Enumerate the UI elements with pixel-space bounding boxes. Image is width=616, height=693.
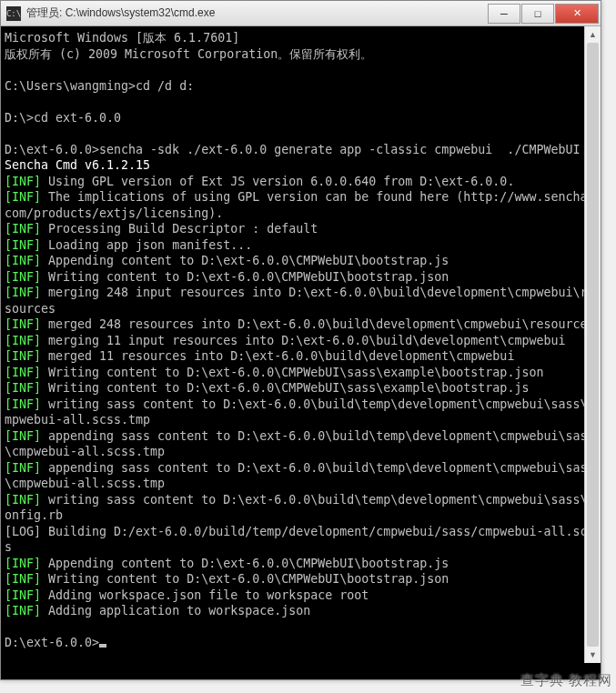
log-text: merging 11 input resources into D:\ext-6… [41, 334, 565, 347]
log-tag: [INF] [5, 254, 41, 267]
log-text: Writing content to D:\ext-6.0.0\CMPWebUI… [41, 572, 449, 586]
log-tag: [INF] [5, 238, 41, 252]
log-text: Writing content to D:\ext-6.0.0\CMPWebUI… [41, 381, 529, 395]
log-text: Adding workspace.json file to workspace … [41, 588, 369, 602]
log-tag: [INF] [5, 588, 41, 602]
log-tag: [INF] [5, 493, 41, 507]
log-text: Adding application to workspace.json [41, 604, 310, 618]
maximize-button[interactable]: □ [521, 4, 554, 24]
log-tag: [LOG] [5, 525, 41, 538]
cmd-icon: C:\ [6, 6, 21, 21]
log-text: merged 11 resources into D:\ext-6.0.0\bu… [41, 349, 514, 363]
log-tag: [INF] [5, 190, 41, 204]
log-tag: [INF] [5, 222, 41, 236]
log-tag: [INF] [5, 572, 41, 586]
log-tag: [INF] [5, 366, 41, 379]
terminal-line: D:\ext-6.0.0>sencha -sdk ./ext-6.0.0 gen… [5, 143, 580, 156]
minimize-button[interactable]: ─ [488, 4, 520, 24]
window-title: 管理员: C:\windows\system32\cmd.exe [26, 5, 487, 21]
log-tag: [INF] [5, 604, 41, 618]
cmd-window: C:\ 管理员: C:\windows\system32\cmd.exe ─ □… [0, 0, 601, 680]
terminal-line: D:\>cd ext-6.0.0 [5, 111, 121, 125]
log-text: The implications of using GPL version ca… [5, 190, 594, 220]
log-text: appending sass content to D:\ext-6.0.0\b… [5, 429, 594, 459]
log-tag: [INF] [5, 175, 41, 188]
scroll-down-icon[interactable]: ▼ [585, 647, 601, 663]
log-tag: [INF] [5, 461, 41, 475]
log-text: Appending content to D:\ext-6.0.0\CMPWeb… [41, 557, 449, 570]
log-text: Building D:/ext-6.0.0/build/temp/develop… [5, 525, 594, 555]
cursor-icon [99, 644, 106, 648]
terminal-line: 版权所有 (c) 2009 Microsoft Corporation。保留所有… [5, 47, 372, 61]
scrollbar-thumb[interactable] [587, 43, 599, 647]
window-controls: ─ □ ✕ [487, 4, 599, 24]
log-text: Appending content to D:\ext-6.0.0\CMPWeb… [41, 254, 449, 267]
log-text: writing sass content to D:\ext-6.0.0\bui… [5, 493, 594, 523]
log-tag: [INF] [5, 286, 41, 299]
log-text: Using GPL version of Ext JS version 6.0.… [41, 175, 514, 188]
log-tag: [INF] [5, 397, 41, 411]
terminal-output[interactable]: Microsoft Windows [版本 6.1.7601] 版权所有 (c)… [1, 26, 601, 679]
log-tag: [INF] [5, 334, 41, 347]
log-text: writing sass content to D:\ext-6.0.0\bui… [5, 397, 594, 427]
terminal-prompt: D:\ext-6.0.0> [5, 636, 99, 649]
log-tag: [INF] [5, 270, 41, 284]
scrollbar[interactable]: ▲ ▼ [584, 26, 601, 663]
log-text: merging 248 input resources into D:\ext-… [5, 286, 594, 316]
log-text: Loading app json manifest... [41, 238, 252, 252]
log-tag: [INF] [5, 429, 41, 443]
terminal-line: C:\Users\wangming>cd /d d: [5, 79, 194, 93]
log-text: merged 248 resources into D:\ext-6.0.0\b… [41, 317, 594, 331]
scroll-up-icon[interactable]: ▲ [585, 26, 601, 43]
log-text: Writing content to D:\ext-6.0.0\CMPWebUI… [41, 366, 543, 379]
log-tag: [INF] [5, 557, 41, 570]
close-button[interactable]: ✕ [555, 4, 599, 24]
log-tag: [INF] [5, 317, 41, 331]
terminal-line: Microsoft Windows [版本 6.1.7601] [5, 31, 239, 45]
log-tag: [INF] [5, 349, 41, 363]
watermark-text: 查字典 教程网 [520, 672, 612, 689]
log-tag: [INF] [5, 381, 41, 395]
log-text: Writing content to D:\ext-6.0.0\CMPWebUI… [41, 270, 449, 284]
log-text: appending sass content to D:\ext-6.0.0\b… [5, 461, 594, 491]
sencha-header: Sencha Cmd v6.1.2.15 [5, 158, 150, 172]
log-text: Processing Build Descriptor : default [41, 222, 318, 236]
titlebar[interactable]: C:\ 管理员: C:\windows\system32\cmd.exe ─ □… [1, 1, 601, 26]
